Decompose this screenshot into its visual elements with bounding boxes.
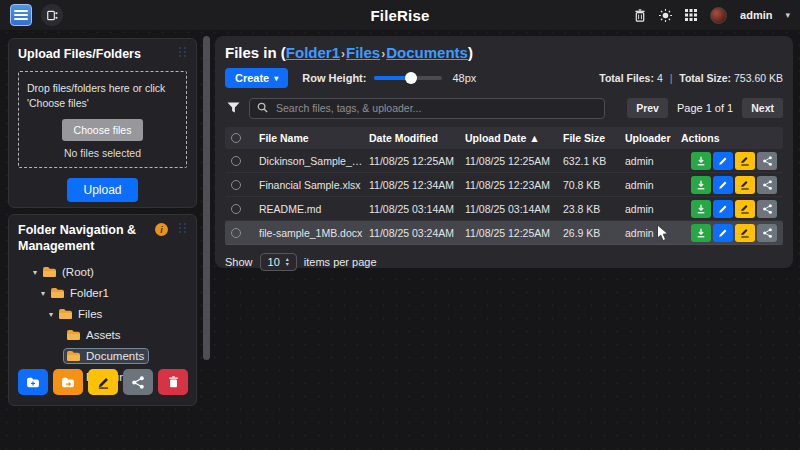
upload-dropzone[interactable]: Drop files/folders here or click 'Choose… [18,71,187,168]
upload-button[interactable]: Upload [67,178,137,202]
no-files-selected-text: No files selected [27,147,178,159]
tree-item-assets[interactable]: Assets [18,327,187,343]
trash-icon[interactable] [634,9,646,22]
breadcrumb-documents[interactable]: Documents [386,44,468,61]
tree-caret-icon[interactable]: ▾ [38,289,48,298]
share-button[interactable] [757,176,777,194]
folder-icon [66,350,81,362]
next-page-button[interactable]: Next [742,98,783,118]
share-button[interactable] [757,224,777,242]
drag-handle-icon[interactable] [179,223,187,233]
dropzone-text-line2: 'Choose files' [27,97,89,109]
share-button[interactable] [757,200,777,218]
breadcrumb-folder1[interactable]: Folder1 [286,44,340,61]
rename-button[interactable] [735,200,755,218]
total-files-label: Total Files: [599,72,654,84]
download-button[interactable] [691,200,711,218]
rename-folder-button[interactable] [88,369,118,395]
date-modified: 11/08/25 12:25AM [369,155,459,167]
file-size: 70.8 KB [563,179,619,191]
title-suffix: ) [468,44,473,61]
file-name[interactable]: Dickinson_Sample_Slides.pptx [259,155,363,167]
move-folder-button[interactable] [53,369,83,395]
tree-item-root[interactable]: ▾ (Root) [18,264,187,280]
file-name[interactable]: Financial Sample.xlsx [259,179,363,191]
apps-grid-icon[interactable] [685,9,697,21]
header-file-name[interactable]: File Name [259,132,363,144]
row-height-slider[interactable] [374,76,442,80]
tree-caret-icon[interactable]: ▾ [46,310,56,319]
user-name[interactable]: admin [740,9,772,21]
file-size: 23.8 KB [563,203,619,215]
folder-action-buttons [18,369,188,395]
edit-button[interactable] [713,176,733,194]
search-icon [257,99,268,117]
select-all-checkbox[interactable] [231,133,241,143]
prev-page-button[interactable]: Prev [627,98,668,118]
row-checkbox[interactable] [231,204,241,214]
folder-icon [42,266,57,278]
tree-caret-icon[interactable]: ▾ [30,268,40,277]
info-icon[interactable]: i [155,223,168,236]
upload-date: 11/08/25 03:14AM [465,203,557,215]
row-checkbox[interactable] [231,180,241,190]
rename-button[interactable] [735,176,755,194]
view-toggle-button[interactable] [41,4,63,26]
share-button[interactable] [757,152,777,170]
table-row[interactable]: Dickinson_Sample_Slides.pptx 11/08/25 12… [225,149,783,173]
file-table: File Name Date Modified Upload Date ▲ Fi… [225,127,783,245]
choose-files-button[interactable]: Choose files [62,119,144,141]
pagination: Prev Page 1 of 1 Next [627,98,783,118]
tree-item-folder1[interactable]: ▾ Folder1 [18,285,187,301]
file-name[interactable]: file-sample_1MB.docx [259,227,363,239]
edit-button[interactable] [713,152,733,170]
share-icon [763,180,772,190]
search-input[interactable] [249,98,605,119]
user-avatar[interactable] [710,7,727,24]
folder-icon [50,287,65,299]
edit-button[interactable] [713,224,733,242]
row-actions [681,176,777,194]
page-size-select[interactable]: 10 ▴▾ [260,253,297,271]
filter-funnel-icon[interactable] [225,102,241,114]
share-icon [763,204,772,214]
create-folder-button[interactable] [18,369,48,395]
row-height-value: 48px [452,72,476,84]
create-button[interactable]: Create▾ [225,68,288,88]
delete-folder-button[interactable] [158,369,188,395]
row-height-slider-thumb[interactable] [405,72,417,84]
download-button[interactable] [691,224,711,242]
page-size-value: 10 [268,256,280,268]
drag-handle-icon[interactable] [179,47,187,57]
rename-button[interactable] [735,224,755,242]
row-actions [681,224,777,242]
file-name[interactable]: README.md [259,203,363,215]
row-checkbox[interactable] [231,228,241,238]
caret-down-icon: ▾ [274,74,278,83]
tree-item-files[interactable]: ▾ Files [18,306,187,322]
app-title: FileRise [370,7,429,24]
row-checkbox[interactable] [231,156,241,166]
edit-button[interactable] [713,200,733,218]
download-button[interactable] [691,152,711,170]
header-upload-date[interactable]: Upload Date ▲ [465,132,557,144]
filerise-logo-icon[interactable] [10,4,32,26]
header-uploader[interactable]: Uploader [625,132,675,144]
share-folder-button[interactable] [123,369,153,395]
download-button[interactable] [691,176,711,194]
tree-item-documents[interactable]: Documents [18,348,187,364]
header-date-modified[interactable]: Date Modified [369,132,459,144]
table-row[interactable]: file-sample_1MB.docx 11/08/25 03:24AM 11… [225,221,783,245]
theme-toggle-sun-icon[interactable] [659,9,672,22]
tree-item-label: Assets [86,329,121,341]
user-menu-caret-icon[interactable]: ▾ [785,10,790,20]
table-row[interactable]: README.md 11/08/25 03:14AM 11/08/25 03:1… [225,197,783,221]
share-icon [132,376,144,389]
header-file-size[interactable]: File Size [563,132,619,144]
rename-button[interactable] [735,152,755,170]
title-prefix: Files in ( [225,44,286,61]
vertical-scrollbar[interactable] [203,36,210,360]
table-row[interactable]: Financial Sample.xlsx 11/08/25 12:34AM 1… [225,173,783,197]
breadcrumb-files[interactable]: Files [346,44,380,61]
panel-icon [47,10,58,21]
